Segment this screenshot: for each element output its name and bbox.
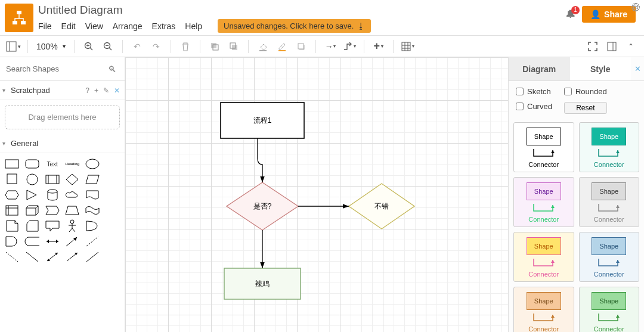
insert-button[interactable]: +▾ bbox=[370, 38, 387, 55]
fullscreen-button[interactable] bbox=[584, 38, 601, 55]
shape-arrow[interactable] bbox=[64, 234, 80, 249]
undo-button[interactable]: ↶ bbox=[129, 38, 145, 55]
close-panel-icon[interactable]: ✕ bbox=[631, 57, 644, 80]
shape-callout[interactable] bbox=[44, 219, 61, 233]
scratchpad-dropzone[interactable]: Drag elements here bbox=[5, 105, 120, 129]
shape-line-dashed[interactable] bbox=[4, 250, 20, 264]
svg-rect-27 bbox=[26, 160, 39, 168]
shape-circle[interactable] bbox=[24, 172, 41, 187]
edge-1-2[interactable] bbox=[258, 138, 262, 182]
shape-arrow-up[interactable] bbox=[64, 250, 80, 264]
tab-style[interactable]: Style bbox=[570, 57, 631, 80]
zoom-in-button[interactable] bbox=[80, 38, 97, 55]
shape-ellipse[interactable] bbox=[84, 157, 101, 171]
svg-rect-12 bbox=[211, 43, 216, 48]
app-logo[interactable] bbox=[5, 4, 33, 32]
table-button[interactable]: ▾ bbox=[400, 38, 416, 55]
shape-rounded-rect[interactable] bbox=[24, 157, 41, 171]
add-icon[interactable]: + bbox=[94, 86, 98, 95]
tab-diagram[interactable]: Diagram bbox=[509, 57, 570, 80]
style-preset-connector-line bbox=[530, 257, 558, 268]
menu-extras[interactable]: Extras bbox=[152, 21, 176, 31]
to-front-button[interactable] bbox=[206, 38, 223, 55]
help-icon[interactable]: ? bbox=[85, 86, 89, 95]
notifications-button[interactable]: 🔔︎ 1 bbox=[565, 8, 576, 21]
style-preset-3[interactable]: ShapeConnector bbox=[579, 177, 640, 227]
shape-note[interactable] bbox=[4, 219, 20, 233]
shape-text[interactable]: Text bbox=[47, 161, 57, 167]
shape-line-dashed-rev[interactable] bbox=[84, 234, 101, 249]
shape-or[interactable] bbox=[84, 219, 101, 233]
shape-trapezoid[interactable] bbox=[64, 203, 80, 218]
zoom-value: 100% bbox=[36, 42, 58, 51]
save-banner[interactable]: Unsaved changes. Click here to save. ⭳ bbox=[218, 19, 371, 33]
rounded-checkbox[interactable]: Rounded bbox=[564, 87, 607, 96]
waypoints-button[interactable]: ▾ bbox=[341, 38, 358, 55]
shape-arrow-bidir[interactable] bbox=[44, 234, 61, 249]
shadow-button[interactable] bbox=[293, 38, 309, 55]
reset-button[interactable]: Reset bbox=[564, 102, 607, 114]
shape-square[interactable] bbox=[4, 172, 20, 187]
shape-arrow-bidir2[interactable] bbox=[44, 250, 61, 264]
shape-internal-storage[interactable] bbox=[4, 203, 20, 218]
shape-rect[interactable] bbox=[4, 157, 20, 171]
shape-data-store[interactable] bbox=[24, 234, 41, 249]
svg-line-10 bbox=[109, 48, 112, 50]
shape-cylinder[interactable] bbox=[44, 188, 61, 202]
general-label: General bbox=[11, 139, 38, 148]
shape-diamond[interactable] bbox=[64, 172, 80, 187]
menu-arrange[interactable]: Arrange bbox=[113, 21, 143, 31]
redo-button[interactable]: ↷ bbox=[148, 38, 165, 55]
menu-edit[interactable]: Edit bbox=[61, 21, 76, 31]
shape-actor[interactable] bbox=[64, 219, 80, 233]
shape-cube[interactable] bbox=[24, 203, 41, 218]
shape-parallelogram[interactable] bbox=[84, 172, 101, 187]
scratchpad-header[interactable]: ▾ Scratchpad ? + ✎ ✕ bbox=[0, 81, 125, 100]
svg-line-46 bbox=[6, 252, 18, 262]
fill-color-button[interactable] bbox=[255, 38, 271, 55]
menu-file[interactable]: File bbox=[38, 21, 52, 31]
svg-rect-0 bbox=[17, 11, 21, 14]
format-panel-toggle[interactable] bbox=[603, 38, 620, 55]
language-globe-icon[interactable]: 🌐︎ bbox=[631, 2, 640, 13]
style-preset-5[interactable]: ShapeConnector bbox=[579, 232, 640, 282]
menu-view[interactable]: View bbox=[85, 21, 103, 31]
style-preset-4[interactable]: ShapeConnector bbox=[513, 232, 574, 282]
general-header[interactable]: ▾ General bbox=[0, 134, 125, 153]
shape-document[interactable] bbox=[84, 188, 101, 202]
document-title[interactable]: Untitled Diagram bbox=[38, 4, 565, 17]
connection-button[interactable]: →▾ bbox=[322, 38, 339, 55]
style-preset-7[interactable]: ShapeConnector bbox=[579, 287, 640, 332]
zoom-out-button[interactable] bbox=[100, 38, 116, 55]
shape-line[interactable] bbox=[24, 250, 41, 264]
close-icon[interactable]: ✕ bbox=[114, 86, 120, 95]
line-color-button[interactable] bbox=[274, 38, 290, 55]
search-input[interactable] bbox=[4, 61, 121, 77]
style-preset-2[interactable]: ShapeConnector bbox=[513, 177, 574, 227]
style-preset-0[interactable]: ShapeConnector bbox=[513, 122, 574, 172]
collapse-button[interactable]: ⌃ bbox=[623, 38, 639, 55]
menu-help[interactable]: Help bbox=[185, 21, 202, 31]
style-preset-6[interactable]: ShapeConnector bbox=[513, 287, 574, 332]
shape-step[interactable] bbox=[44, 203, 61, 218]
shape-card[interactable] bbox=[24, 219, 41, 233]
shape-triangle[interactable] bbox=[24, 188, 41, 202]
shape-line2[interactable] bbox=[84, 250, 101, 264]
curved-checkbox[interactable]: Curved bbox=[516, 102, 552, 111]
shape-hexagon[interactable] bbox=[4, 188, 20, 202]
style-preset-connector-label: Connector bbox=[594, 161, 624, 168]
shape-tape[interactable] bbox=[84, 203, 101, 218]
view-dropdown[interactable]: ▾ bbox=[5, 38, 21, 55]
style-preset-1[interactable]: ShapeConnector bbox=[579, 122, 640, 172]
edit-icon[interactable]: ✎ bbox=[103, 86, 109, 95]
shape-heading[interactable]: Heading bbox=[66, 162, 80, 166]
to-back-button[interactable] bbox=[225, 38, 242, 55]
shape-process[interactable] bbox=[44, 172, 61, 187]
shape-cloud[interactable] bbox=[64, 188, 80, 202]
zoom-selector[interactable]: 100%▾ bbox=[34, 42, 68, 51]
delete-button[interactable] bbox=[177, 38, 194, 55]
canvas[interactable]: 流程1 是否? 不错 辣鸡 bbox=[125, 57, 508, 332]
shape-and[interactable] bbox=[4, 234, 20, 249]
sketch-checkbox[interactable]: Sketch bbox=[516, 87, 552, 96]
share-button[interactable]: 👤 Share bbox=[582, 6, 636, 23]
